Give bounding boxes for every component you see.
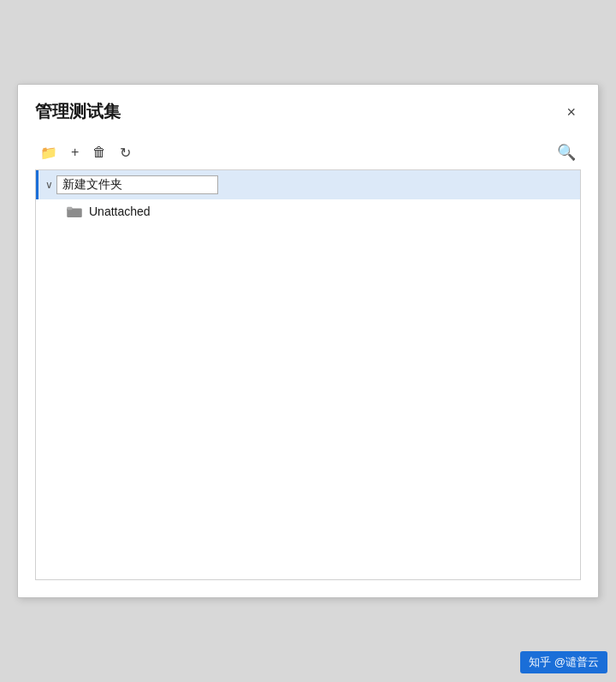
watermark: 知乎 @谴普云 (520, 651, 607, 673)
trash-icon: 🗑 (92, 145, 106, 160)
folder-closed-icon (67, 205, 82, 217)
svg-rect-2 (67, 207, 72, 211)
tree-parent-row[interactable]: ∨ (36, 170, 580, 199)
delete-button[interactable]: 🗑 (89, 142, 110, 163)
dialog-overlay: 管理测试集 × 📁 + 🗑 ↻ 🔍 (0, 0, 616, 682)
dialog-header: 管理测试集 × (35, 100, 581, 123)
search-button[interactable]: 🔍 (554, 140, 579, 164)
dialog-title: 管理测试集 (35, 100, 121, 123)
chevron-icon: ∨ (45, 179, 53, 191)
toolbar: 📁 + 🗑 ↻ 🔍 (35, 140, 581, 164)
tree-child-row[interactable]: Unattached (36, 199, 580, 223)
add-button[interactable]: + (68, 142, 82, 163)
close-button[interactable]: × (561, 103, 581, 122)
search-icon: 🔍 (557, 144, 576, 161)
add-icon: + (71, 145, 79, 160)
folder-icon: 📁 (40, 145, 57, 161)
unattached-label: Unattached (89, 205, 151, 218)
folder-name-input[interactable] (56, 175, 218, 194)
refresh-icon: ↻ (120, 145, 131, 161)
refresh-button[interactable]: ↻ (116, 142, 134, 163)
new-folder-button[interactable]: 📁 (37, 142, 61, 163)
toolbar-left: 📁 + 🗑 ↻ (37, 142, 134, 163)
dialog: 管理测试集 × 📁 + 🗑 ↻ 🔍 (17, 84, 599, 598)
tree-area: ∨ Unattached (35, 169, 581, 580)
